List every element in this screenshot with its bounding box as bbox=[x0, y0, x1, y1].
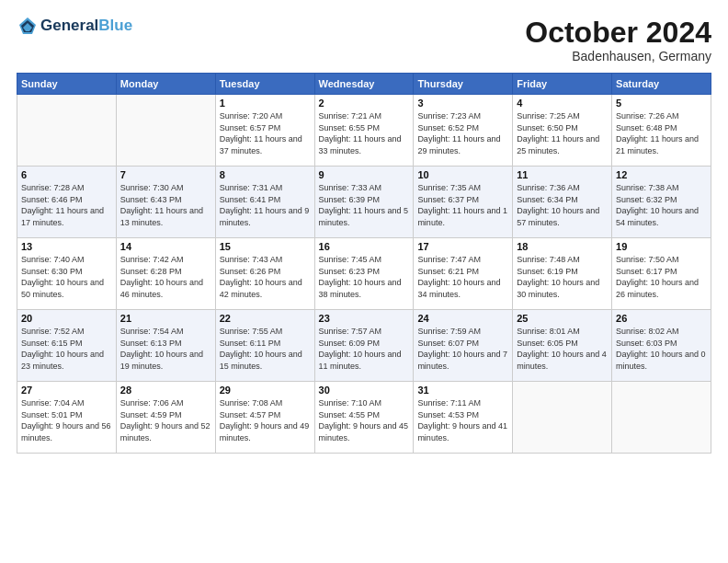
col-monday: Monday bbox=[116, 74, 215, 95]
calendar-header-row: Sunday Monday Tuesday Wednesday Thursday… bbox=[17, 74, 711, 95]
day-info: Sunrise: 7:31 AM Sunset: 6:41 PM Dayligh… bbox=[220, 182, 311, 228]
day-info: Sunrise: 7:40 AM Sunset: 6:30 PM Dayligh… bbox=[21, 254, 112, 300]
calendar-week-row: 13Sunrise: 7:40 AM Sunset: 6:30 PM Dayli… bbox=[17, 238, 711, 310]
page: GeneralBlue October 2024 Badenhausen, Ge… bbox=[0, 0, 728, 563]
col-thursday: Thursday bbox=[414, 74, 513, 95]
col-saturday: Saturday bbox=[612, 74, 711, 95]
day-info: Sunrise: 7:10 AM Sunset: 4:55 PM Dayligh… bbox=[319, 397, 410, 443]
day-number: 3 bbox=[417, 98, 508, 109]
day-info: Sunrise: 7:23 AM Sunset: 6:52 PM Dayligh… bbox=[417, 110, 508, 156]
day-number: 11 bbox=[517, 169, 608, 180]
day-number: 22 bbox=[220, 313, 311, 324]
day-number: 28 bbox=[120, 385, 211, 396]
col-sunday: Sunday bbox=[17, 74, 117, 95]
day-number: 7 bbox=[120, 169, 211, 180]
table-row: 25Sunrise: 8:01 AM Sunset: 6:05 PM Dayli… bbox=[513, 310, 612, 382]
day-number: 18 bbox=[517, 241, 608, 252]
day-info: Sunrise: 7:59 AM Sunset: 6:07 PM Dayligh… bbox=[417, 326, 508, 372]
day-number: 5 bbox=[616, 98, 707, 109]
day-info: Sunrise: 7:21 AM Sunset: 6:55 PM Dayligh… bbox=[319, 110, 410, 156]
day-info: Sunrise: 7:28 AM Sunset: 6:46 PM Dayligh… bbox=[21, 182, 112, 228]
day-info: Sunrise: 8:02 AM Sunset: 6:03 PM Dayligh… bbox=[616, 326, 707, 372]
table-row: 8Sunrise: 7:31 AM Sunset: 6:41 PM Daylig… bbox=[215, 167, 314, 238]
table-row: 7Sunrise: 7:30 AM Sunset: 6:43 PM Daylig… bbox=[116, 167, 215, 238]
table-row: 26Sunrise: 8:02 AM Sunset: 6:03 PM Dayli… bbox=[612, 310, 711, 382]
table-row: 27Sunrise: 7:04 AM Sunset: 5:01 PM Dayli… bbox=[17, 382, 117, 454]
table-row: 17Sunrise: 7:47 AM Sunset: 6:21 PM Dayli… bbox=[414, 238, 513, 310]
title-block: October 2024 Badenhausen, Germany bbox=[525, 17, 711, 63]
table-row: 3Sunrise: 7:23 AM Sunset: 6:52 PM Daylig… bbox=[414, 95, 513, 167]
day-number: 12 bbox=[616, 169, 707, 180]
logo-icon bbox=[18, 17, 37, 35]
day-number: 26 bbox=[616, 313, 707, 324]
table-row: 30Sunrise: 7:10 AM Sunset: 4:55 PM Dayli… bbox=[314, 382, 414, 454]
day-info: Sunrise: 7:43 AM Sunset: 6:26 PM Dayligh… bbox=[220, 254, 311, 300]
day-number: 24 bbox=[417, 313, 508, 324]
day-info: Sunrise: 7:48 AM Sunset: 6:19 PM Dayligh… bbox=[517, 254, 608, 300]
table-row: 22Sunrise: 7:55 AM Sunset: 6:11 PM Dayli… bbox=[215, 310, 314, 382]
table-row: 24Sunrise: 7:59 AM Sunset: 6:07 PM Dayli… bbox=[414, 310, 513, 382]
table-row: 5Sunrise: 7:26 AM Sunset: 6:48 PM Daylig… bbox=[612, 95, 711, 167]
table-row bbox=[116, 95, 215, 167]
day-info: Sunrise: 7:36 AM Sunset: 6:34 PM Dayligh… bbox=[517, 182, 608, 228]
day-number: 29 bbox=[220, 385, 311, 396]
table-row: 19Sunrise: 7:50 AM Sunset: 6:17 PM Dayli… bbox=[612, 238, 711, 310]
day-info: Sunrise: 7:47 AM Sunset: 6:21 PM Dayligh… bbox=[417, 254, 508, 300]
table-row: 10Sunrise: 7:35 AM Sunset: 6:37 PM Dayli… bbox=[414, 167, 513, 238]
table-row: 21Sunrise: 7:54 AM Sunset: 6:13 PM Dayli… bbox=[116, 310, 215, 382]
calendar-week-row: 1Sunrise: 7:20 AM Sunset: 6:57 PM Daylig… bbox=[17, 95, 711, 167]
day-number: 31 bbox=[417, 385, 508, 396]
col-tuesday: Tuesday bbox=[215, 74, 314, 95]
day-info: Sunrise: 7:55 AM Sunset: 6:11 PM Dayligh… bbox=[220, 326, 311, 372]
table-row bbox=[612, 382, 711, 454]
table-row: 4Sunrise: 7:25 AM Sunset: 6:50 PM Daylig… bbox=[513, 95, 612, 167]
day-info: Sunrise: 7:04 AM Sunset: 5:01 PM Dayligh… bbox=[21, 397, 112, 443]
calendar-week-row: 20Sunrise: 7:52 AM Sunset: 6:15 PM Dayli… bbox=[17, 310, 711, 382]
table-row: 20Sunrise: 7:52 AM Sunset: 6:15 PM Dayli… bbox=[17, 310, 117, 382]
table-row: 13Sunrise: 7:40 AM Sunset: 6:30 PM Dayli… bbox=[17, 238, 117, 310]
table-row: 11Sunrise: 7:36 AM Sunset: 6:34 PM Dayli… bbox=[513, 167, 612, 238]
day-info: Sunrise: 7:42 AM Sunset: 6:28 PM Dayligh… bbox=[120, 254, 211, 300]
day-number: 20 bbox=[21, 313, 112, 324]
day-info: Sunrise: 7:26 AM Sunset: 6:48 PM Dayligh… bbox=[616, 110, 707, 156]
day-info: Sunrise: 7:35 AM Sunset: 6:37 PM Dayligh… bbox=[417, 182, 508, 228]
day-number: 13 bbox=[21, 241, 112, 252]
day-info: Sunrise: 7:08 AM Sunset: 4:57 PM Dayligh… bbox=[220, 397, 311, 443]
table-row: 12Sunrise: 7:38 AM Sunset: 6:32 PM Dayli… bbox=[612, 167, 711, 238]
table-row: 6Sunrise: 7:28 AM Sunset: 6:46 PM Daylig… bbox=[17, 167, 117, 238]
day-info: Sunrise: 7:45 AM Sunset: 6:23 PM Dayligh… bbox=[319, 254, 410, 300]
day-number: 30 bbox=[319, 385, 410, 396]
day-number: 2 bbox=[319, 98, 410, 109]
day-number: 14 bbox=[120, 241, 211, 252]
table-row bbox=[513, 382, 612, 454]
day-number: 21 bbox=[120, 313, 211, 324]
month-title: October 2024 bbox=[525, 17, 711, 49]
table-row: 18Sunrise: 7:48 AM Sunset: 6:19 PM Dayli… bbox=[513, 238, 612, 310]
day-number: 15 bbox=[220, 241, 311, 252]
day-number: 25 bbox=[517, 313, 608, 324]
day-number: 27 bbox=[21, 385, 112, 396]
day-number: 19 bbox=[616, 241, 707, 252]
day-info: Sunrise: 7:57 AM Sunset: 6:09 PM Dayligh… bbox=[319, 326, 410, 372]
day-number: 6 bbox=[21, 169, 112, 180]
table-row: 1Sunrise: 7:20 AM Sunset: 6:57 PM Daylig… bbox=[215, 95, 314, 167]
logo: GeneralBlue bbox=[17, 17, 132, 35]
table-row: 31Sunrise: 7:11 AM Sunset: 4:53 PM Dayli… bbox=[414, 382, 513, 454]
table-row: 28Sunrise: 7:06 AM Sunset: 4:59 PM Dayli… bbox=[116, 382, 215, 454]
day-info: Sunrise: 7:38 AM Sunset: 6:32 PM Dayligh… bbox=[616, 182, 707, 228]
day-number: 4 bbox=[517, 98, 608, 109]
col-wednesday: Wednesday bbox=[314, 74, 414, 95]
calendar-week-row: 27Sunrise: 7:04 AM Sunset: 5:01 PM Dayli… bbox=[17, 382, 711, 454]
table-row: 2Sunrise: 7:21 AM Sunset: 6:55 PM Daylig… bbox=[314, 95, 414, 167]
day-number: 16 bbox=[319, 241, 410, 252]
day-info: Sunrise: 7:54 AM Sunset: 6:13 PM Dayligh… bbox=[120, 326, 211, 372]
table-row: 9Sunrise: 7:33 AM Sunset: 6:39 PM Daylig… bbox=[314, 167, 414, 238]
day-info: Sunrise: 7:11 AM Sunset: 4:53 PM Dayligh… bbox=[417, 397, 508, 443]
day-number: 1 bbox=[220, 98, 311, 109]
day-info: Sunrise: 7:30 AM Sunset: 6:43 PM Dayligh… bbox=[120, 182, 211, 228]
day-info: Sunrise: 7:52 AM Sunset: 6:15 PM Dayligh… bbox=[21, 326, 112, 372]
subtitle: Badenhausen, Germany bbox=[525, 49, 711, 63]
day-number: 9 bbox=[319, 169, 410, 180]
day-number: 10 bbox=[417, 169, 508, 180]
day-info: Sunrise: 7:50 AM Sunset: 6:17 PM Dayligh… bbox=[616, 254, 707, 300]
